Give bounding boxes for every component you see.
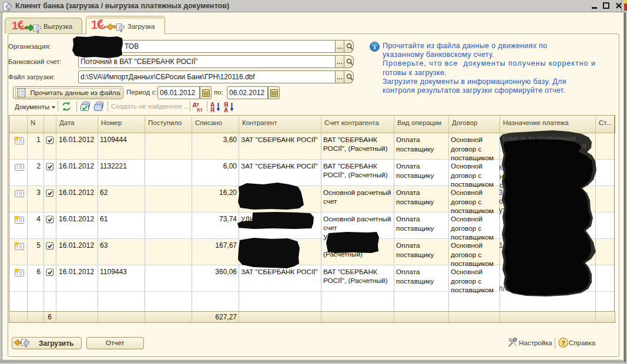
svg-text:1: 1 [499, 241, 503, 250]
svg-text:пл: пл [499, 284, 507, 292]
svg-text:К: К [499, 164, 503, 172]
svg-text:о: о [499, 197, 503, 205]
svg-text:ут: ут [499, 206, 506, 214]
